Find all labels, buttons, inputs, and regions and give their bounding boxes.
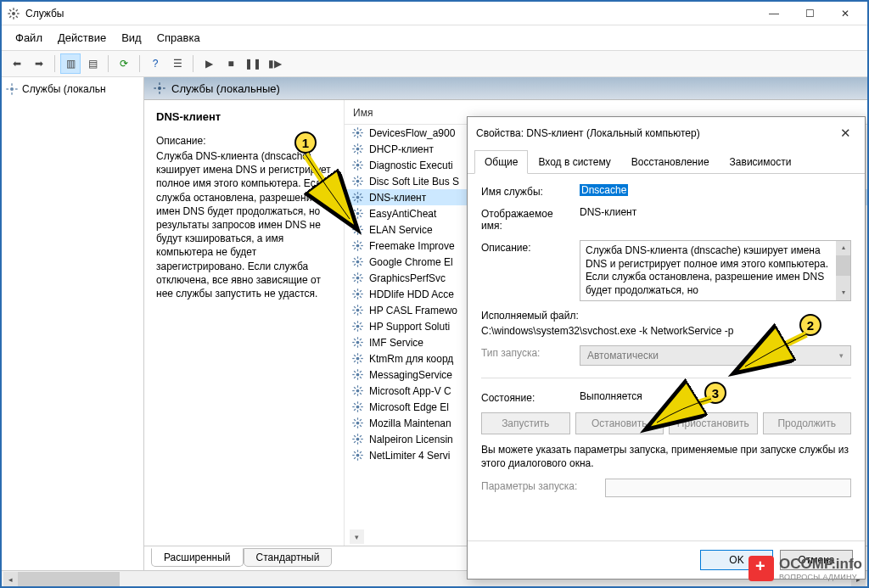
svg-point-136 xyxy=(356,341,360,344)
svg-line-198 xyxy=(360,435,362,437)
svg-line-87 xyxy=(354,242,356,244)
svg-line-152 xyxy=(354,361,356,362)
svg-line-105 xyxy=(354,274,356,276)
svg-line-204 xyxy=(354,451,356,453)
svg-line-114 xyxy=(354,290,356,292)
tab-dependencies[interactable]: Зависимости xyxy=(720,150,802,174)
start-service-button[interactable]: ▶ xyxy=(199,53,219,74)
svg-line-188 xyxy=(354,425,356,427)
service-row-label: MessagingService xyxy=(369,369,452,381)
scroll-down-button[interactable]: ▾ xyxy=(350,529,364,544)
svg-line-96 xyxy=(354,258,356,260)
show-hide-tree-button[interactable]: ▥ xyxy=(60,53,81,74)
title-bar: Службы — ☐ ✕ xyxy=(2,2,867,25)
params-input[interactable] xyxy=(605,479,851,497)
svg-line-135 xyxy=(360,322,362,324)
export-list-button[interactable]: ▤ xyxy=(82,53,103,74)
svg-point-181 xyxy=(356,422,360,425)
start-button[interactable]: Запустить xyxy=(481,412,570,434)
menu-action[interactable]: Действие xyxy=(51,29,113,47)
pause-service-button[interactable]: ❚❚ xyxy=(243,53,263,74)
scroll-down-icon[interactable]: ▾ xyxy=(836,286,850,300)
value-startup-type: Автоматически xyxy=(587,350,659,361)
resume-button[interactable]: Продолжить xyxy=(763,412,852,434)
refresh-button[interactable]: ⟳ xyxy=(114,53,134,74)
svg-line-159 xyxy=(354,371,356,372)
svg-line-90 xyxy=(360,242,362,244)
svg-point-9 xyxy=(10,87,14,91)
description-scrollbar[interactable]: ▴ ▾ xyxy=(836,241,850,300)
console-tree[interactable]: Службы (локальн xyxy=(2,77,144,570)
arrow-3 xyxy=(652,397,720,431)
center-header: Службы (локальные) xyxy=(144,77,867,100)
tab-extended[interactable]: Расширенный xyxy=(151,548,244,567)
menu-help[interactable]: Справка xyxy=(150,29,207,47)
value-service-name[interactable]: Dnscache xyxy=(580,184,628,196)
svg-line-143 xyxy=(354,344,356,346)
dialog-close-button[interactable]: ✕ xyxy=(835,124,856,143)
svg-line-151 xyxy=(360,361,362,362)
svg-line-144 xyxy=(360,339,362,340)
service-row-label: Freemake Improve xyxy=(369,240,455,252)
center-header-text: Службы (локальные) xyxy=(171,82,280,95)
scroll-thumb[interactable] xyxy=(836,255,850,276)
svg-line-27 xyxy=(360,129,362,131)
dialog-tabs: Общие Вход в систему Восстановление Зави… xyxy=(468,149,865,174)
tab-logon[interactable]: Вход в систему xyxy=(528,150,620,174)
svg-line-168 xyxy=(354,387,356,389)
tab-general[interactable]: Общие xyxy=(474,150,528,174)
scroll-thumb[interactable] xyxy=(18,572,120,586)
close-button[interactable]: ✕ xyxy=(828,3,862,24)
stop-button[interactable]: Остановить xyxy=(575,412,664,434)
service-row-label: Microsoft App-V C xyxy=(369,385,451,397)
svg-line-7 xyxy=(9,15,11,17)
scroll-up-icon[interactable]: ▴ xyxy=(836,241,850,255)
minimize-button[interactable]: — xyxy=(757,3,791,24)
svg-line-124 xyxy=(360,312,362,314)
svg-point-14 xyxy=(158,87,161,90)
svg-line-196 xyxy=(360,441,362,443)
svg-point-91 xyxy=(356,260,360,264)
tab-standard[interactable]: Стандартный xyxy=(244,548,333,567)
dialog-title-bar: Свойства: DNS-клиент (Локальный компьюте… xyxy=(468,117,865,149)
svg-line-178 xyxy=(360,409,362,411)
service-row-label: DNS-клиент xyxy=(369,192,426,204)
svg-line-97 xyxy=(360,264,362,266)
label-service-name: Имя службы: xyxy=(481,184,575,198)
restart-service-button[interactable]: ▮▶ xyxy=(265,53,285,74)
help-button[interactable]: ? xyxy=(145,53,165,74)
back-button[interactable]: ⬅ xyxy=(7,53,27,74)
menu-view[interactable]: Вид xyxy=(115,29,149,47)
svg-line-142 xyxy=(360,344,362,346)
description-textbox[interactable]: Служба DNS-клиента (dnscache) кэширует и… xyxy=(580,240,851,301)
tree-node-services-local[interactable]: Службы (локальн xyxy=(5,82,140,96)
scroll-left-button[interactable]: ◂ xyxy=(3,572,18,586)
svg-line-195 xyxy=(354,435,356,437)
tree-node-label: Службы (локальн xyxy=(22,83,106,95)
forward-button[interactable]: ➡ xyxy=(29,53,49,74)
svg-line-153 xyxy=(360,355,362,356)
stop-service-button[interactable]: ■ xyxy=(221,53,241,74)
svg-line-26 xyxy=(354,135,356,137)
svg-line-107 xyxy=(354,280,356,282)
service-row-label: Google Chrome El xyxy=(369,256,453,268)
svg-line-98 xyxy=(354,264,356,266)
maximize-button[interactable]: ☐ xyxy=(793,3,827,24)
svg-point-0 xyxy=(12,12,15,15)
properties-button[interactable]: ☰ xyxy=(167,53,188,74)
menu-file[interactable]: Файл xyxy=(8,29,49,47)
menu-bar: Файл Действие Вид Справка xyxy=(2,25,867,50)
service-row-label: DHCP-клиент xyxy=(369,143,434,155)
svg-point-118 xyxy=(356,309,360,312)
service-row-label: Mozilla Maintenan xyxy=(369,417,451,429)
svg-point-82 xyxy=(356,244,360,248)
label-params: Параметры запуска: xyxy=(481,479,600,492)
service-row-label: KtmRm для коорд xyxy=(369,353,453,365)
watermark-icon xyxy=(748,556,774,581)
tab-recovery[interactable]: Восстановление xyxy=(621,150,720,174)
svg-line-115 xyxy=(360,296,362,298)
service-row-label: IMF Service xyxy=(369,337,423,349)
label-display-name: Отображаемое имя: xyxy=(481,206,575,232)
svg-line-189 xyxy=(360,419,362,421)
service-row-label: HP CASL Framewo xyxy=(369,305,457,316)
